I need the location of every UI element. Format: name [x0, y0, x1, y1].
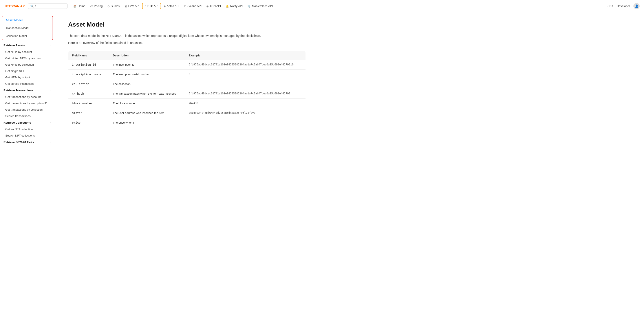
col-field-name: Field Name	[68, 51, 110, 60]
table-row: minter The user address who inscribed th…	[68, 108, 306, 118]
nav-notify-api[interactable]: 🔔 Notify API	[224, 3, 245, 9]
retrieve-transactions-label: Retrieve Transactions	[4, 89, 33, 92]
example-tx-hash: 6fb976ab49dcec017f1e201e84395983204ae1a7…	[185, 89, 306, 98]
nav-guides-label: Guides	[111, 4, 120, 8]
desc-minter: The user address who inscribed the item	[109, 108, 185, 118]
page-title: Asset Model	[68, 21, 306, 28]
logo[interactable]: NFTSCAN·API	[4, 4, 25, 8]
sidebar-item-get-nfts-by-output[interactable]: Get NFTs by output	[0, 74, 55, 81]
table-row: inscription_number The inscription seria…	[68, 69, 306, 79]
marketplace-icon: 🛒	[248, 4, 251, 8]
table-body: inscription_id The inscription id 6fb976…	[68, 60, 306, 127]
retrieve-collections-label: Retrieve Collections	[4, 121, 31, 124]
field-price: price	[68, 118, 110, 127]
sidebar-item-get-minted-nfts-by-account[interactable]: Get minted NFTs by account	[0, 55, 55, 61]
main-content: Asset Model The core data model in the N…	[55, 12, 319, 136]
example-inscription-id: 6fb976ab49dcec017f1e201e84395983204ae1a7…	[185, 60, 306, 69]
top-right: SDK Developer 👤	[608, 3, 640, 9]
section-retrieve-transactions[interactable]: Retrieve Transactions ›	[0, 87, 55, 94]
field-inscription-id: inscription_id	[68, 60, 110, 69]
nav-btc-label: BTC API	[147, 4, 158, 8]
sidebar: Asset Model Transaction Model Collection…	[0, 12, 55, 136]
nav-home-label: Home	[78, 4, 85, 8]
nav-ton-label: TON API	[210, 4, 221, 8]
sidebar-item-asset-model[interactable]: Asset Model	[2, 16, 52, 24]
avatar-icon: 👤	[635, 4, 638, 8]
nav-pricing[interactable]: 🏷 Pricing	[88, 3, 105, 9]
sidebar-item-search-nft-collections[interactable]: Search NFT collections	[0, 132, 55, 136]
user-avatar[interactable]: 👤	[634, 3, 640, 9]
retrieve-transactions-items: Get transactions by account Get transact…	[0, 94, 55, 119]
example-block-number: 767430	[185, 98, 306, 108]
logo-text: NFTSCAN·API	[4, 4, 25, 8]
collection-model-label: Collection Model	[6, 34, 27, 37]
sidebar-item-get-nfts-by-collection[interactable]: Get NFTs by collection	[0, 61, 55, 68]
notify-icon: 🔔	[226, 4, 229, 8]
nav-marketplace-api[interactable]: 🛒 Marketplace API	[245, 3, 275, 9]
sidebar-item-collection-model[interactable]: Collection Model	[2, 32, 52, 40]
btc-icon: ₿	[145, 4, 146, 8]
models-box: Asset Model Transaction Model Collection…	[2, 16, 53, 40]
sdk-link[interactable]: SDK	[608, 4, 614, 8]
search-input[interactable]	[35, 4, 65, 8]
nav-guides[interactable]: ◇ Guides	[105, 3, 122, 9]
example-collection	[185, 79, 306, 89]
table-row: inscription_id The inscription id 6fb976…	[68, 60, 306, 69]
sidebar-item-get-an-nft-collection[interactable]: Get an NFT collection	[0, 126, 55, 132]
nav-evm-api[interactable]: ▣ EVM API	[122, 3, 142, 9]
desc-price: The price when t	[109, 118, 185, 127]
layout: Asset Model Transaction Model Collection…	[0, 12, 644, 136]
field-inscription-number: inscription_number	[68, 69, 110, 79]
sidebar-item-get-cursed-inscriptions[interactable]: Get cursed inscriptions	[0, 81, 55, 87]
sidebar-item-get-single-nft[interactable]: Get single NFT	[0, 68, 55, 74]
asset-model-table: Field Name Description Example inscripti…	[68, 51, 306, 128]
main-nav: 🏠 Home 🏷 Pricing ◇ Guides ▣ EVM API ₿ BT…	[71, 3, 608, 9]
col-description: Description	[109, 51, 185, 60]
example-price	[185, 118, 306, 127]
page-subdescription: Here is an overview of the fields contai…	[68, 40, 306, 46]
field-minter: minter	[68, 108, 110, 118]
nav-evm-label: EVM API	[128, 4, 140, 8]
retrieve-assets-items: Get NFTs by account Get minted NFTs by a…	[0, 49, 55, 87]
home-icon: 🏠	[73, 4, 76, 8]
retrieve-transactions-chevron: ›	[50, 89, 51, 92]
table-row: tx_hash The transaction hash when the it…	[68, 89, 306, 98]
table-row: price The price when t	[68, 118, 306, 127]
search-bar[interactable]: 🔍	[28, 3, 68, 9]
retrieve-collections-items: Get an NFT collection Search NFT collect…	[0, 126, 55, 136]
guides-icon: ◇	[108, 4, 110, 8]
section-retrieve-collections[interactable]: Retrieve Collections ›	[0, 119, 55, 126]
sidebar-item-get-transactions-by-inscription-id[interactable]: Get transactions by inscription ID	[0, 100, 55, 107]
developer-link[interactable]: Developer	[617, 4, 630, 8]
retrieve-assets-chevron: ›	[50, 44, 51, 47]
field-tx-hash: tx_hash	[68, 89, 110, 98]
evm-icon: ▣	[124, 4, 127, 8]
nav-aptos-api[interactable]: ◈ Aptos API	[162, 3, 182, 9]
desc-tx-hash: The transaction hash when the item was i…	[109, 89, 185, 98]
sidebar-item-search-transactions[interactable]: Search transactions	[0, 113, 55, 119]
example-minter: bc1qv8zhcjzpjw4m4tdyc5zn3dmax0z6rr6l78fe…	[185, 108, 306, 118]
table-row: block_number The block number 767430	[68, 98, 306, 108]
nav-notify-label: Notify API	[230, 4, 242, 8]
sidebar-item-transaction-model[interactable]: Transaction Model	[2, 24, 52, 32]
ton-icon: ◉	[206, 4, 208, 8]
top-nav: NFTSCAN·API 🔍 🏠 Home 🏷 Pricing ◇ Guides …	[0, 0, 644, 12]
sidebar-item-get-transactions-by-collection[interactable]: Get transactions by collection	[0, 107, 55, 113]
field-collection: collection	[68, 79, 110, 89]
nav-solana-api[interactable]: ◻ Solana API	[182, 3, 204, 9]
aptos-icon: ◈	[164, 4, 166, 8]
sidebar-item-get-transactions-by-account[interactable]: Get transactions by account	[0, 94, 55, 100]
nav-solana-label: Solana API	[188, 4, 202, 8]
example-inscription-number: 0	[185, 69, 306, 79]
section-retrieve-assets[interactable]: Retrieve Assets ›	[0, 42, 55, 49]
desc-collection: The collection	[109, 79, 185, 89]
page-description: The core data model in the NFTScan API i…	[68, 33, 306, 39]
nav-home[interactable]: 🏠 Home	[71, 3, 88, 9]
nav-marketplace-label: Marketplace API	[252, 4, 273, 8]
nav-btc-api[interactable]: ₿ BTC API	[142, 3, 161, 9]
solana-icon: ◻	[184, 4, 186, 8]
sidebar-item-get-nfts-by-account[interactable]: Get NFTs by account	[0, 49, 55, 55]
col-example: Example	[185, 51, 306, 60]
nav-ton-api[interactable]: ◉ TON API	[204, 3, 223, 9]
retrieve-assets-label: Retrieve Assets	[4, 44, 25, 47]
